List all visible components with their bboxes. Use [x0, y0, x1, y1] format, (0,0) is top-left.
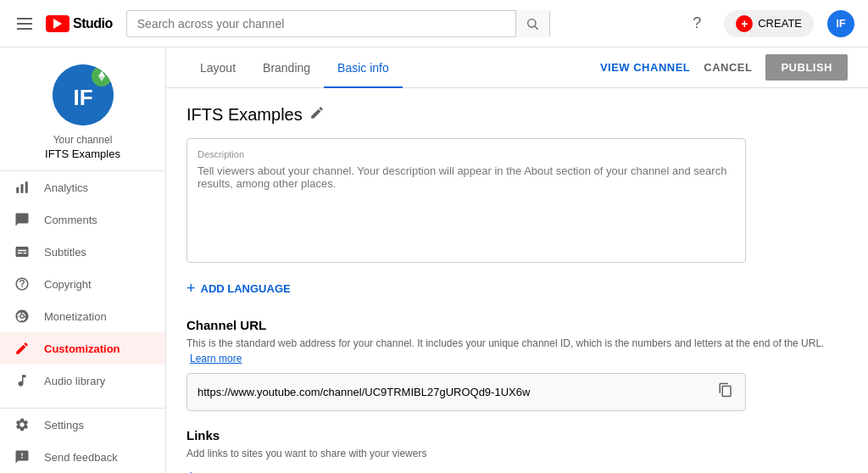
svg-point-0 [528, 19, 536, 26]
tabs-actions: VIEW CHANNEL CANCEL PUBLISH [600, 54, 848, 81]
learn-more-link[interactable]: Learn more [190, 353, 242, 364]
youtube-icon [46, 15, 70, 32]
audio-library-icon [14, 373, 31, 388]
add-link-button[interactable]: + ADD LINK [186, 468, 253, 473]
nav-analytics[interactable]: Analytics [0, 171, 165, 203]
svg-text:IF: IF [73, 85, 92, 110]
create-icon [736, 15, 753, 32]
links-title: Links [186, 428, 848, 442]
nav-audio-library[interactable]: Audio library [0, 364, 165, 397]
add-language-label: ADD LANGUAGE [201, 282, 291, 295]
tabs-bar: Layout Branding Basic info VIEW CHANNEL … [166, 47, 868, 88]
plus-icon: + [186, 280, 196, 298]
settings-label: Settings [44, 419, 84, 431]
nav-send-feedback[interactable]: Send feedback [0, 441, 165, 473]
main-layout: IF Your channel IFTS Examples Analytics … [0, 47, 868, 473]
channel-info: IF Your channel IFTS Examples [0, 47, 165, 171]
studio-logo-text: Studio [73, 16, 113, 31]
audio-library-label: Audio library [44, 375, 105, 387]
description-box: Description [186, 138, 746, 263]
channel-url-title: Channel URL [186, 318, 848, 332]
svg-rect-8 [21, 184, 24, 193]
page-title-row: IFTS Examples [186, 105, 848, 125]
publish-button[interactable]: PUBLISH [765, 54, 848, 81]
yt-logo[interactable]: Studio [46, 15, 113, 32]
channel-url-desc: This is the standard web address for you… [186, 336, 848, 366]
nav-copyright[interactable]: Copyright [0, 268, 165, 300]
copyright-icon [14, 276, 31, 292]
send-feedback-label: Send feedback [44, 451, 118, 464]
tabs: Layout Branding Basic info [186, 47, 403, 87]
nav-settings[interactable]: Settings [0, 409, 165, 441]
monetization-label: Monetization [44, 310, 107, 323]
search-icon[interactable] [515, 10, 549, 37]
nav-comments[interactable]: Comments [0, 203, 165, 236]
content-area: Layout Branding Basic info VIEW CHANNEL … [166, 47, 868, 473]
add-link-plus-icon: + [186, 468, 196, 473]
create-button[interactable]: CREATE [724, 10, 814, 37]
copy-url-button[interactable] [716, 381, 735, 403]
edit-title-icon[interactable] [309, 105, 325, 125]
your-channel-label: Your channel [53, 134, 113, 146]
topbar-right: ? CREATE IF [683, 10, 854, 37]
avatar[interactable]: IF [827, 10, 854, 37]
customization-icon [14, 341, 31, 356]
tab-layout[interactable]: Layout [186, 47, 249, 88]
comments-label: Comments [44, 214, 97, 226]
tab-branding[interactable]: Branding [249, 47, 324, 88]
links-section: Links Add links to sites you want to sha… [186, 428, 848, 473]
svg-rect-9 [25, 181, 28, 193]
svg-line-1 [535, 26, 538, 30]
search-input[interactable] [127, 17, 515, 31]
links-desc: Add links to sites you want to share wit… [186, 446, 848, 461]
channel-avatar-svg: IF [53, 64, 114, 125]
settings-icon [14, 417, 31, 432]
topbar-left: Studio [14, 14, 113, 33]
channel-url-text: https://www.youtube.com/channel/UC9TRMIB… [198, 386, 716, 398]
topbar: Studio ? CREATE IF [0, 0, 868, 47]
comments-icon [14, 212, 31, 227]
sidebar: IF Your channel IFTS Examples Analytics … [0, 47, 166, 473]
nav-bottom: Settings Send feedback [0, 408, 165, 473]
subtitles-label: Subtitles [44, 246, 86, 259]
nav-monetization[interactable]: Monetization [0, 300, 165, 332]
copyright-label: Copyright [44, 278, 92, 291]
menu-icon[interactable] [14, 14, 36, 33]
customization-label: Customization [44, 342, 120, 355]
cancel-button[interactable]: CANCEL [704, 61, 752, 74]
svg-rect-7 [16, 187, 19, 193]
search-bar[interactable] [126, 10, 550, 37]
description-label: Description [198, 149, 735, 159]
view-channel-button[interactable]: VIEW CHANNEL [600, 61, 690, 74]
description-textarea[interactable] [198, 164, 735, 249]
nav-subtitles[interactable]: Subtitles [0, 236, 165, 268]
content-body: IFTS Examples Description + ADD LANGUAGE… [166, 88, 868, 473]
add-language-button[interactable]: + ADD LANGUAGE [186, 280, 291, 298]
channel-url-section: Channel URL This is the standard web add… [186, 318, 848, 411]
channel-name: IFTS Examples [45, 147, 120, 160]
avatar-initials: IF [836, 17, 846, 30]
monetization-icon [14, 309, 31, 324]
nav-customization[interactable]: Customization [0, 332, 165, 364]
subtitles-icon [14, 244, 31, 259]
analytics-label: Analytics [44, 181, 88, 194]
create-label: CREATE [758, 17, 802, 30]
page-title: IFTS Examples [186, 105, 303, 125]
tab-basic-info[interactable]: Basic info [324, 47, 403, 88]
url-box: https://www.youtube.com/channel/UC9TRMIB… [186, 373, 746, 411]
send-feedback-icon [14, 449, 31, 465]
analytics-icon [14, 180, 31, 195]
channel-avatar[interactable]: IF [53, 64, 114, 125]
help-button[interactable]: ? [683, 10, 710, 37]
